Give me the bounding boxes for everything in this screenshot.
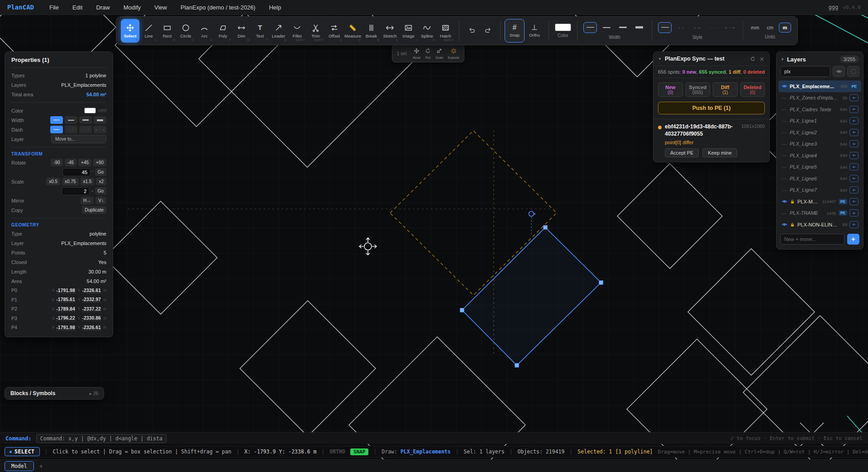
collapse-caret-icon[interactable]: ▼ xyxy=(658,57,662,61)
p4-y-value[interactable]: -2326.61 xyxy=(82,325,100,330)
move-selection-to-layer-button[interactable] xyxy=(849,221,858,228)
p1-x-value[interactable]: -1785.61 xyxy=(56,297,75,302)
tool-line[interactable]: Line L xyxy=(139,19,158,42)
rotate-go-button[interactable]: Go xyxy=(95,168,106,176)
scale-go-button[interactable]: Go xyxy=(95,187,106,195)
style-option-1[interactable] xyxy=(658,22,672,33)
toggle-visibility-button[interactable] xyxy=(833,66,845,77)
eye-icon[interactable] xyxy=(781,83,787,89)
mode-select-button[interactable]: SELECT xyxy=(5,447,40,456)
menu-edit[interactable]: Edit xyxy=(72,4,82,11)
menu-draw[interactable]: Draw xyxy=(96,4,110,11)
hidden-layer-dash[interactable]: — xyxy=(781,118,787,123)
move-selection-to-layer-button[interactable] xyxy=(849,152,858,159)
layer-row-plx-ligne6[interactable]: —PLX_Ligne6644 xyxy=(778,173,861,184)
keep-mine-button[interactable]: Keep mine xyxy=(702,148,737,157)
mini-explode-button[interactable]: Explode xyxy=(448,47,459,59)
mirror-v-button[interactable]: V↕ xyxy=(95,197,106,204)
move-selection-to-layer-button[interactable] xyxy=(849,209,858,217)
tool-rect[interactable]: Rect R xyxy=(158,19,176,42)
p0-y-value[interactable]: -2326.61 xyxy=(82,288,100,293)
prop-width-1[interactable] xyxy=(50,116,63,124)
duplicate-button[interactable]: Duplicate xyxy=(82,206,106,214)
tool-select[interactable]: Select V xyxy=(121,19,139,42)
tool-dim[interactable]: Dim D xyxy=(232,19,251,42)
unit-cm[interactable]: cm xyxy=(764,23,776,33)
hidden-layer-dash[interactable]: — xyxy=(781,153,787,158)
layer-row-plx-ligne7[interactable]: —PLX_Ligne7644 xyxy=(778,184,861,196)
move-selection-to-layer-button[interactable] xyxy=(849,186,858,194)
unit-m[interactable]: m xyxy=(779,23,791,33)
rotate-+90-button[interactable]: +90 xyxy=(93,159,106,166)
color-swatch[interactable] xyxy=(84,108,96,113)
close-icon[interactable] xyxy=(759,56,765,62)
width-option-3[interactable] xyxy=(616,22,630,33)
prop-dash-4[interactable]: – · – xyxy=(94,126,106,133)
add-tab-button[interactable]: + xyxy=(39,463,43,470)
tab-model[interactable]: Model xyxy=(5,461,34,471)
p2-y-value[interactable]: -2337.22 xyxy=(82,306,100,312)
layer-row-plx-non-elinga-[interactable]: PLX-NON-ELINGA...69 xyxy=(778,219,861,231)
rotate--45-button[interactable]: -45 xyxy=(65,159,76,166)
redo-button[interactable] xyxy=(480,19,496,42)
move-selection-to-layer-button[interactable] xyxy=(849,94,858,101)
prop-width-3[interactable] xyxy=(79,116,92,124)
scale-x0.5-button[interactable]: x0.5 xyxy=(46,178,60,185)
layer-row-plx-ligne5[interactable]: —PLX_Ligne5644 xyxy=(778,161,861,173)
tool-offset[interactable]: Offset O xyxy=(325,19,343,42)
menu-modify[interactable]: Modify xyxy=(124,4,141,11)
p3-y-value[interactable]: -2330.86 xyxy=(82,315,100,321)
layer-row-plx-ligne3[interactable]: —PLX_Ligne3644 xyxy=(778,138,861,150)
move-selection-to-layer-button[interactable] xyxy=(849,163,858,170)
blocks-symbols-panel[interactable]: Blocks / Symbols ▸ 26 xyxy=(5,387,104,400)
width-option-4[interactable] xyxy=(632,22,646,33)
move-selection-to-layer-button[interactable] xyxy=(849,117,858,124)
scale-x0.75-button[interactable]: x0.75 xyxy=(62,178,78,185)
style-option-4[interactable]: · · · xyxy=(707,22,720,33)
mirror-h-button[interactable]: H↔ xyxy=(81,197,94,204)
undo-button[interactable] xyxy=(463,19,480,42)
filter-diff-button[interactable]: Diff (1) xyxy=(713,82,738,97)
command-input[interactable] xyxy=(36,434,167,443)
rotate-angle-input[interactable] xyxy=(62,168,91,176)
collapse-caret-icon[interactable]: ▼ xyxy=(781,57,784,61)
toggle-snap[interactable]: # Snap xyxy=(505,19,525,42)
move-selection-to-layer-button[interactable] xyxy=(849,175,858,182)
new-layer-input[interactable] xyxy=(780,234,844,245)
add-layer-button[interactable]: + xyxy=(847,234,859,245)
push-to-pe-button[interactable]: Push to PE (1) xyxy=(658,102,765,114)
scale-factor-input[interactable] xyxy=(62,187,90,195)
menu-view[interactable]: View xyxy=(154,4,167,11)
refresh-icon[interactable] xyxy=(750,56,756,62)
prop-width-2[interactable] xyxy=(65,116,77,124)
hidden-layer-dash[interactable]: — xyxy=(781,188,787,193)
hidden-layer-dash[interactable]: — xyxy=(781,107,787,112)
filter-synced-button[interactable]: Synced (655) xyxy=(686,82,711,97)
tool-measure[interactable]: Measure X xyxy=(343,19,362,42)
scale-x1.5-button[interactable]: x1.5 xyxy=(81,178,95,185)
unit-mm[interactable]: mm xyxy=(749,23,761,33)
layer-row-plx-ligne2[interactable]: —PLX_Ligne2644 xyxy=(778,127,861,138)
hidden-layer-dash[interactable]: — xyxy=(781,95,787,100)
style-option-3[interactable]: – – xyxy=(691,22,704,33)
current-color-swatch[interactable] xyxy=(555,24,571,31)
toggle-ortho[interactable]: ⊥ Ortho xyxy=(525,19,544,42)
move-selection-to-layer-button[interactable] xyxy=(849,198,858,205)
tool-fillet[interactable]: Fillet Shift+F xyxy=(288,19,306,42)
width-option-1[interactable] xyxy=(583,22,597,33)
layer-row-plx-zones-d-impla-[interactable]: —PLX_Zones d'impla...35 xyxy=(778,92,861,104)
layer-row-plx-trame[interactable]: —PLX-TRAME1435PE xyxy=(778,208,861,219)
move-selection-to-layer-button[interactable] xyxy=(849,129,858,136)
width-option-2[interactable] xyxy=(600,22,613,33)
snap-indicator[interactable]: SNAP xyxy=(350,448,369,455)
layer-row-plx-murs[interactable]: PLX-MURS114407PE xyxy=(778,196,861,208)
filter-deleted-button[interactable]: Deleted (0) xyxy=(740,82,765,97)
layer-row-plx-ligne4[interactable]: —PLX_Ligne4644 xyxy=(778,150,861,161)
eye-icon[interactable] xyxy=(781,198,787,204)
mini-rot-button[interactable]: Rot xyxy=(425,47,431,59)
tool-text[interactable]: T Text T xyxy=(251,19,269,42)
tool-hatch[interactable]: Hatch Shift+H xyxy=(436,19,455,42)
tool-arc[interactable]: Arc A xyxy=(195,19,214,42)
move-selection-to-layer-button[interactable] xyxy=(849,140,858,147)
menu-help[interactable]: Help xyxy=(269,4,281,11)
